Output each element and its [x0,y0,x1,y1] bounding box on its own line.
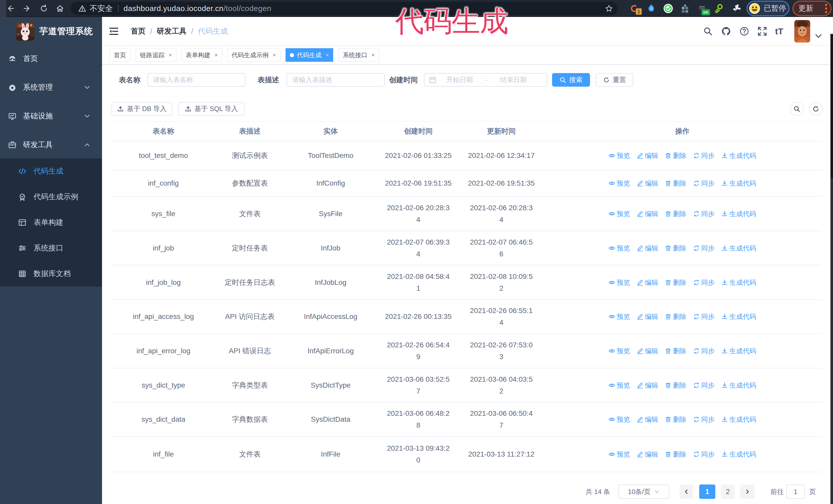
browser-update-button[interactable]: 更新 [792,1,831,16]
import-db-button[interactable]: 基于 DB 导入 [112,102,172,116]
generate-code-link[interactable]: 生成代码 [721,208,756,220]
green-check-extension-icon[interactable] [663,3,673,14]
security-label[interactable]: 不安全 [90,3,113,14]
sync-link[interactable]: 同步 [693,448,715,460]
address-bar[interactable]: 不安全 dashboard.yudao.iocoder.cn /tool/cod… [71,2,618,15]
avatar-caret-down-icon[interactable] [815,34,822,39]
breadcrumb-devtools[interactable]: 研发工具 [157,26,187,37]
delete-link[interactable]: 删除 [665,208,686,220]
sync-link[interactable]: 同步 [693,277,715,288]
header-search-icon[interactable] [703,17,713,46]
preview-link[interactable]: 预览 [609,311,630,322]
import-sql-button[interactable]: 基于 SQL 导入 [178,102,244,116]
edit-link[interactable]: 编辑 [637,448,658,460]
browser-menu-kebab-icon[interactable] [825,4,827,13]
browser-reload-button[interactable] [37,1,51,16]
delete-link[interactable]: 删除 [665,448,686,460]
fullscreen-icon[interactable] [757,17,767,46]
edit-link[interactable]: 编辑 [637,242,658,254]
tag-close-icon[interactable]: × [215,52,218,58]
sidebar-logo[interactable]: 芋道管理系统 [0,17,102,40]
generate-code-link[interactable]: 生成代码 [721,413,756,425]
edit-link[interactable]: 编辑 [637,177,658,189]
tab-tag-1[interactable]: 首页 [110,48,130,62]
green-key-extension-icon[interactable] [714,3,724,14]
generate-code-link[interactable]: 生成代码 [721,345,756,357]
sync-link[interactable]: 同步 [693,150,715,162]
pagination-goto-input[interactable]: 1 [786,484,805,499]
tab-tag-4[interactable]: 代码生成示例 × [227,48,280,62]
sync-link[interactable]: 同步 [693,311,715,322]
pagination-page-1[interactable]: 1 [699,484,715,499]
delete-link[interactable]: 删除 [665,150,686,162]
user-avatar[interactable] [794,20,810,43]
generate-code-link[interactable]: 生成代码 [721,150,756,162]
sync-link[interactable]: 同步 [693,379,715,391]
preview-link[interactable]: 预览 [609,448,630,460]
search-button[interactable]: 搜索 [552,73,590,87]
pagination-next-button[interactable] [740,484,755,499]
preview-link[interactable]: 预览 [609,277,630,288]
page-size-select[interactable]: 10条/页 [618,484,669,499]
edit-link[interactable]: 编辑 [637,277,658,288]
preview-link[interactable]: 预览 [609,150,630,162]
reset-button[interactable]: 重置 [596,73,633,87]
generate-code-link[interactable]: 生成代码 [721,311,756,322]
end-date-placeholder[interactable]: 结束日期 [494,75,532,85]
sidebar-subitem-codegen[interactable]: 代码生成 [0,159,102,184]
delete-link[interactable]: 删除 [665,177,686,189]
sync-link[interactable]: 同步 [693,208,715,220]
generate-code-link[interactable]: 生成代码 [721,242,756,254]
scrollbar-thumb[interactable] [830,34,833,178]
generate-code-link[interactable]: 生成代码 [721,277,756,288]
preview-link[interactable]: 预览 [609,208,630,220]
sidebar-item-home[interactable]: 首页 [0,44,102,73]
profile-paused-chip[interactable]: 已暂停 [747,1,789,16]
sync-link[interactable]: 同步 [693,177,715,189]
tab-tag-2[interactable]: 链路追踪 × [136,48,176,62]
sync-link[interactable]: 同步 [693,242,715,254]
table-name-input[interactable]: 请输入表名称 [147,73,245,87]
browser-forward-button[interactable] [20,1,34,16]
generate-code-link[interactable]: 生成代码 [721,379,756,391]
puzzle-extensions-icon[interactable] [731,3,741,14]
browser-home-button[interactable] [53,1,67,16]
page-scrollbar[interactable] [830,34,833,504]
tag-close-icon[interactable]: × [169,52,172,58]
orange-loop-extension-icon[interactable]: 1 [629,3,640,14]
grid-extension-icon[interactable] [680,3,690,14]
sidebar-subitem-codegen-example[interactable]: 代码生成示例 [0,184,102,210]
tab-tag-3[interactable]: 表单构建 × [182,48,222,62]
preview-link[interactable]: 预览 [609,242,630,254]
edit-link[interactable]: 编辑 [637,208,658,220]
tab-tag-5[interactable]: 代码生成 × [286,48,333,62]
tag-close-icon[interactable]: × [273,52,276,58]
tag-close-icon[interactable]: × [326,52,329,58]
switch-on-extension-icon[interactable]: on [697,3,707,14]
edit-link[interactable]: 编辑 [637,413,658,425]
date-range-picker[interactable]: 开始日期 - 结束日期 [424,73,547,87]
delete-link[interactable]: 删除 [665,311,686,322]
preview-link[interactable]: 预览 [609,413,630,425]
refresh-icon[interactable] [809,102,823,116]
sidebar-item-system[interactable]: 系统管理 [0,73,102,102]
delete-link[interactable]: 删除 [665,277,686,288]
preview-link[interactable]: 预览 [609,345,630,357]
edit-link[interactable]: 编辑 [637,379,658,391]
generate-code-link[interactable]: 生成代码 [721,448,756,460]
table-desc-input[interactable]: 请输入表描述 [287,73,385,87]
tag-close-icon[interactable]: × [372,52,375,58]
pagination-prev-button[interactable] [680,484,693,499]
help-icon[interactable] [739,17,749,46]
edit-link[interactable]: 编辑 [637,150,658,162]
github-icon[interactable] [721,17,731,46]
edit-link[interactable]: 编辑 [637,311,658,322]
blue-gem-extension-icon[interactable] [646,3,657,14]
sync-link[interactable]: 同步 [693,413,715,425]
tab-tag-6[interactable]: 系统接口 × [338,48,379,62]
sidebar-item-devtools[interactable]: 研发工具 [0,130,102,159]
preview-link[interactable]: 预览 [609,177,630,189]
search-toggle-icon[interactable] [790,102,804,116]
sidebar-subitem-api[interactable]: 系统接口 [0,235,102,261]
delete-link[interactable]: 删除 [665,413,686,425]
